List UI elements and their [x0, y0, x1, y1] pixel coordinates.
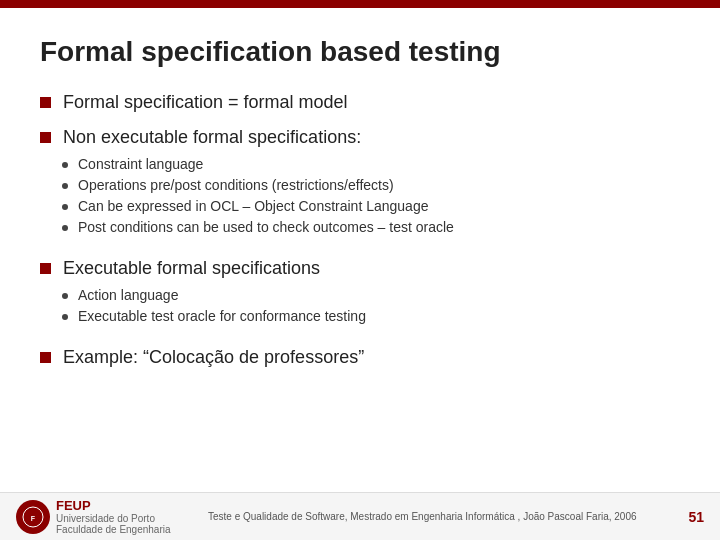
bullet-square-1	[40, 97, 51, 108]
footer-citation: Teste e Qualidade de Software, Mestrado …	[171, 511, 674, 522]
feup-emblem-icon: F	[22, 506, 44, 528]
feup-text-block: FEUP Universidade do Porto Faculdade de …	[56, 498, 171, 535]
sub-bullets-3: Action language Executable test oracle f…	[62, 287, 366, 329]
footer-left: F FEUP Universidade do Porto Faculdade d…	[16, 498, 171, 535]
footer: F FEUP Universidade do Porto Faculdade d…	[0, 492, 720, 540]
slide: Formal specification based testing Forma…	[0, 0, 720, 540]
sub-bullet-text: Can be expressed in OCL – Object Constra…	[78, 198, 428, 214]
list-item: Executable test oracle for conformance t…	[62, 308, 366, 324]
sub-dot	[62, 293, 68, 299]
bullet-item-4: Example: “Colocação de professores”	[40, 347, 680, 368]
bullet-item-3: Executable formal specifications Action …	[40, 258, 680, 333]
sub-bullets-2: Constraint language Operations pre/post …	[62, 156, 454, 240]
sub-bullet-text: Constraint language	[78, 156, 203, 172]
feup-name: FEUP	[56, 498, 171, 513]
footer-page-number: 51	[674, 509, 704, 525]
sub-dot	[62, 183, 68, 189]
bullet-text-2: Non executable formal specifications:	[63, 127, 361, 148]
bullet-text-1: Formal specification = formal model	[63, 92, 348, 113]
sub-dot	[62, 225, 68, 231]
sub-dot	[62, 162, 68, 168]
sub-bullet-text: Post conditions can be used to check out…	[78, 219, 454, 235]
bullet-text-3: Executable formal specifications	[63, 258, 320, 279]
bullet-item-2: Non executable formal specifications: Co…	[40, 127, 680, 244]
bullet-text-4: Example: “Colocação de professores”	[63, 347, 364, 368]
sub-dot	[62, 204, 68, 210]
bullet-square-2	[40, 132, 51, 143]
sub-bullet-text: Action language	[78, 287, 178, 303]
list-item: Post conditions can be used to check out…	[62, 219, 454, 235]
sub-bullet-text: Operations pre/post conditions (restrict…	[78, 177, 394, 193]
feup-university: Universidade do Porto	[56, 513, 171, 524]
slide-content: Formal specification based testing Forma…	[0, 8, 720, 492]
feup-logo: F FEUP Universidade do Porto Faculdade d…	[16, 498, 171, 535]
list-item: Operations pre/post conditions (restrict…	[62, 177, 454, 193]
bullet-item-1: Formal specification = formal model	[40, 92, 680, 113]
feup-circle-icon: F	[16, 500, 50, 534]
bullet-square-3	[40, 263, 51, 274]
svg-text:F: F	[31, 515, 36, 522]
list-item: Action language	[62, 287, 366, 303]
top-bar	[0, 0, 720, 8]
list-item: Can be expressed in OCL – Object Constra…	[62, 198, 454, 214]
bullet-square-4	[40, 352, 51, 363]
list-item: Constraint language	[62, 156, 454, 172]
feup-faculty: Faculdade de Engenharia	[56, 524, 171, 535]
sub-bullet-text: Executable test oracle for conformance t…	[78, 308, 366, 324]
slide-title: Formal specification based testing	[40, 36, 680, 68]
sub-dot	[62, 314, 68, 320]
